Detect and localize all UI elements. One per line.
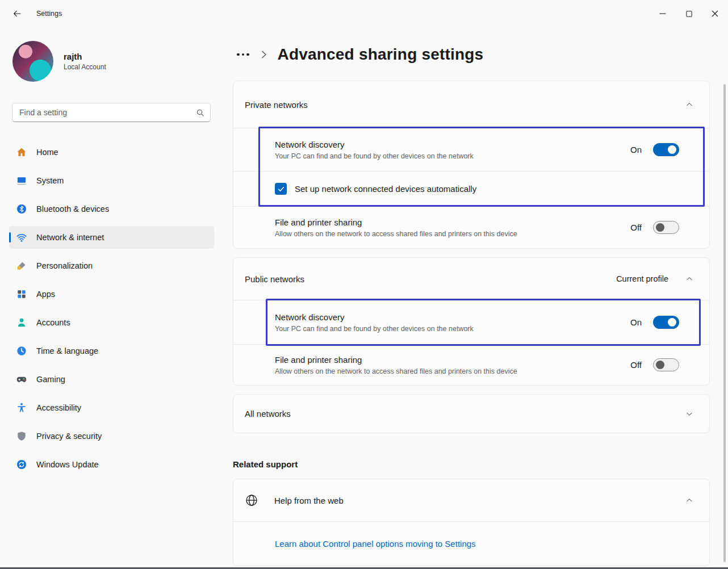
sidebar-item-personalization[interactable]: Personalization [9,254,214,277]
public-networks-card: Public networks Current profile Network … [233,257,710,386]
sidebar-item-windows-update[interactable]: Windows Update [9,453,214,476]
network-discovery-description: Your PC can find and be found by other d… [275,324,630,333]
account-info[interactable]: rajth Local Account [12,41,221,82]
accessibility-icon [16,402,27,413]
setup-devices-checkbox[interactable] [275,183,287,195]
toggle-knob [656,223,664,232]
toggle-knob [668,145,676,154]
sidebar-item-label: Accounts [36,318,70,327]
checkmark-icon [277,185,285,193]
accounts-icon [16,317,27,328]
chevron-up-icon[interactable] [681,492,698,509]
sidebar-item-home[interactable]: Home [9,141,214,164]
minimize-icon [659,10,667,18]
network-icon [16,232,27,243]
public-networks-expander[interactable]: Public networks Current profile [233,258,709,300]
back-button[interactable] [6,4,28,23]
file-printer-sharing-toggle-private[interactable] [653,221,679,234]
private-networks-title: Private networks [245,100,681,110]
breadcrumb-ellipsis-button[interactable] [236,49,250,61]
sidebar-item-label: Privacy & security [36,432,102,441]
control-panel-options-link[interactable]: Learn about Control panel options moving… [275,539,476,549]
globe-icon [245,493,258,507]
private-networks-card: Private networks Network discovery Your … [233,81,710,249]
network-discovery-toggle-private[interactable] [653,143,679,156]
sidebar-item-label: System [36,176,64,185]
sidebar-item-network-internet[interactable]: Network & internet [9,226,214,249]
search-icon [196,108,204,117]
sidebar-item-label: Home [36,148,58,157]
sidebar-item-label: Personalization [36,261,93,270]
sidebar-item-time-language[interactable]: Time & language [9,340,214,362]
window-title: Settings [36,10,62,18]
setup-devices-label: Set up network connected devices automat… [295,184,476,194]
help-link-row: Learn about Control panel options moving… [233,521,709,566]
privacy-icon [16,430,27,442]
network-discovery-title: Network discovery [275,312,630,323]
file-printer-sharing-state-label: Off [630,223,642,232]
personalization-icon [16,260,27,271]
main-content: Advanced sharing settings Private networ… [221,27,728,569]
sidebar-item-accessibility[interactable]: Accessibility [9,396,214,419]
breadcrumb: Advanced sharing settings [236,42,728,67]
file-printer-sharing-row-public: File and printer sharing Allow others on… [233,344,709,385]
minimize-button[interactable] [650,0,676,27]
sidebar-item-system[interactable]: System [9,169,214,192]
file-printer-sharing-toggle-public[interactable] [653,358,679,371]
account-name: rajth [64,52,106,61]
system-icon [16,175,27,186]
chevron-up-icon[interactable] [681,96,698,113]
help-from-web-title: Help from the web [274,496,681,505]
scrollbar[interactable] [723,84,726,562]
network-discovery-description: Your PC can find and be found by other d… [275,152,630,161]
toggle-knob [668,318,676,327]
apps-icon [16,288,27,300]
search-input[interactable] [18,107,196,118]
current-profile-label: Current profile [616,274,668,283]
help-from-web-card: Help from the web Learn about Control pa… [233,479,710,566]
sidebar-item-label: Accessibility [36,403,81,412]
sidebar-item-label: Bluetooth & devices [36,204,109,214]
user-avatar [12,41,53,82]
chevron-down-icon[interactable] [681,405,698,422]
file-printer-sharing-row-private: File and printer sharing Allow others on… [233,206,709,248]
sidebar-item-label: Apps [36,290,55,299]
maximize-icon [685,10,693,18]
related-support-heading: Related support [233,459,710,469]
maximize-button[interactable] [676,0,702,27]
sidebar-item-privacy-security[interactable]: Privacy & security [9,425,214,447]
chevron-up-icon[interactable] [681,270,698,287]
sidebar-item-label: Time & language [36,346,98,355]
public-networks-title: Public networks [245,274,616,284]
back-arrow-icon [12,9,22,18]
sidebar-item-label: Gaming [36,375,65,384]
home-icon [16,147,27,158]
bluetooth-icon [16,203,27,215]
all-networks-card: All networks [233,394,710,433]
sidebar-item-label: Windows Update [36,460,99,469]
close-button[interactable] [702,0,728,27]
titlebar: Settings [0,0,728,27]
sidebar-item-bluetooth[interactable]: Bluetooth & devices [9,198,214,220]
sidebar-item-apps[interactable]: Apps [9,283,214,306]
sidebar-item-gaming[interactable]: Gaming [9,368,214,391]
network-discovery-row-public: Network discovery Your PC can find and b… [233,300,709,344]
search-box[interactable] [12,103,211,122]
close-icon [711,10,719,18]
network-discovery-title: Network discovery [275,139,630,150]
sidebar-nav: Home System Bluetooth & devices Network … [9,141,214,476]
sidebar: rajth Local Account Home System Bluetoot… [0,27,221,569]
setup-devices-row: Set up network connected devices automat… [233,171,709,206]
settings-content: Private networks Network discovery Your … [233,81,710,566]
private-networks-expander[interactable]: Private networks [233,81,709,128]
help-from-web-expander[interactable]: Help from the web [233,479,709,521]
sidebar-item-accounts[interactable]: Accounts [9,311,214,334]
time-language-icon [16,345,27,357]
all-networks-title: All networks [245,409,681,419]
all-networks-expander[interactable]: All networks [233,395,709,433]
sidebar-item-label: Network & internet [36,233,104,242]
network-discovery-toggle-public[interactable] [653,316,679,329]
file-printer-sharing-title: File and printer sharing [275,354,630,366]
account-type: Local Account [64,63,106,71]
file-printer-sharing-description: Allow others on the network to access sh… [275,229,630,239]
